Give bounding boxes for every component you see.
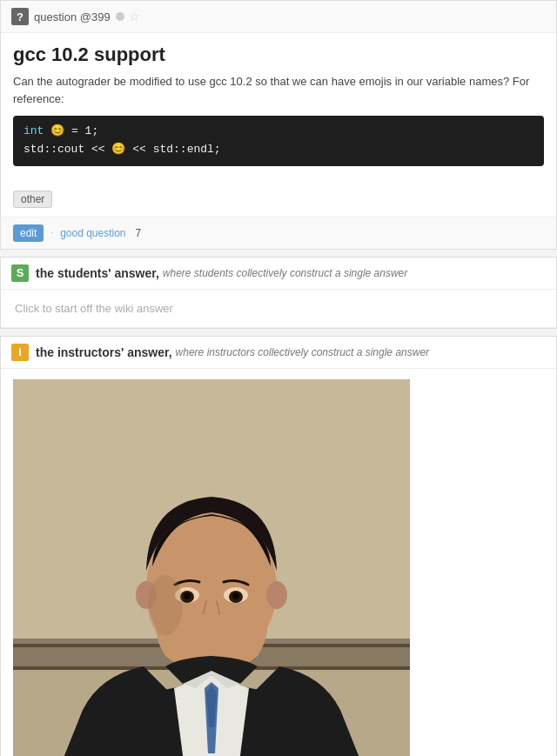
question-footer: edit · good question 7 — [1, 217, 556, 249]
question-title: gcc 10.2 support — [13, 43, 544, 66]
svg-point-17 — [232, 592, 239, 599]
question-section: ? question @399 ☆ gcc 10.2 support Can t… — [0, 0, 557, 250]
code-block: int 😊 = 1; std::cout << 😊 << std::endl; — [13, 116, 544, 166]
students-answer-section: S the students' answer, where students c… — [0, 257, 557, 329]
students-answer-subtitle: where students collectively construct a … — [163, 267, 407, 279]
svg-point-16 — [184, 592, 191, 599]
instructor-photo-svg: ▓▓▓ ▓▓▓ ▓▓▓ ▓▓▓ ▓▓▓ ▓▓▓ ▓▓▓ ▓▓▓ ▓▓▓ ▓▓▓ … — [13, 379, 410, 756]
instructors-answer-section: i the instructors' answer, where instruc… — [0, 336, 557, 756]
code-emoji-1: 😊 = 1; — [50, 124, 98, 137]
code-line-1: int 😊 = 1; — [23, 123, 534, 141]
tag-other[interactable]: other — [13, 191, 52, 208]
students-answer-title: the students' answer, — [36, 266, 159, 280]
question-body: gcc 10.2 support Can the autograder be m… — [1, 33, 556, 185]
vote-count: 7 — [136, 227, 142, 239]
question-icon: ? — [11, 8, 29, 25]
instructors-answer-subtitle: where instructors collectively construct… — [176, 346, 429, 358]
question-header: ? question @399 ☆ — [1, 1, 556, 33]
svg-point-11 — [266, 581, 287, 609]
code-std: std::cout << — [23, 143, 111, 156]
edit-button[interactable]: edit — [13, 224, 44, 242]
students-answer-header: S the students' answer, where students c… — [1, 258, 556, 290]
tags-row: other — [1, 185, 556, 217]
instructors-icon: i — [11, 344, 29, 361]
question-meta: question @399 — [34, 10, 111, 23]
code-emoji-2: 😊 — [111, 143, 125, 156]
code-endl: << std::endl; — [132, 143, 220, 156]
instructors-answer-title: the instructors' answer, — [36, 345, 172, 359]
status-dot — [116, 12, 124, 21]
instructors-answer-header: i the instructors' answer, where instruc… — [1, 337, 556, 369]
instructor-answer-body: ▓▓▓ ▓▓▓ ▓▓▓ ▓▓▓ ▓▓▓ ▓▓▓ ▓▓▓ ▓▓▓ ▓▓▓ ▓▓▓ … — [1, 369, 556, 756]
code-keyword-int: int — [23, 124, 44, 137]
instructor-image: ▓▓▓ ▓▓▓ ▓▓▓ ▓▓▓ ▓▓▓ ▓▓▓ ▓▓▓ ▓▓▓ ▓▓▓ ▓▓▓ … — [13, 379, 410, 756]
footer-dot: · — [50, 228, 53, 238]
svg-point-18 — [148, 575, 183, 636]
question-text: Can the autograder be modified to use gc… — [13, 73, 544, 107]
wiki-placeholder[interactable]: Click to start off the wiki answer — [1, 290, 556, 328]
code-line-2: std::cout << 😊 << std::endl; — [23, 141, 534, 159]
good-question-link[interactable]: good question — [60, 227, 125, 239]
star-icon[interactable]: ☆ — [129, 10, 140, 23]
students-icon: S — [11, 264, 29, 282]
